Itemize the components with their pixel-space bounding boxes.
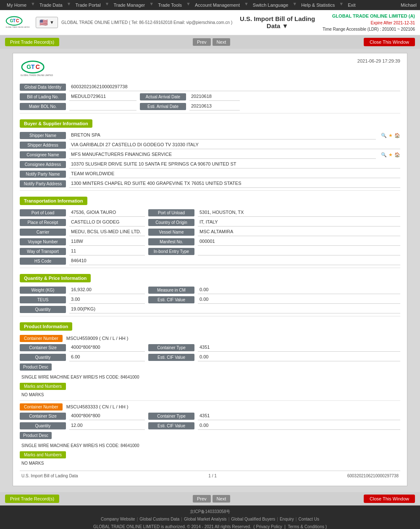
buyer-supplier-header: Buyer & Supplier Information [20, 119, 92, 128]
flag-selector[interactable]: 🇺🇸 ▼ [36, 17, 58, 28]
consignee-address-row: Consignee Address 10370 SLUSHER DRIVE SU… [20, 161, 400, 168]
nav-trade-data[interactable]: Trade Data [36, 1, 66, 9]
page-footer: 京ICP备140333058号 Company Website | Global… [0, 505, 420, 529]
actual-arrival-value: 20210618 [189, 93, 240, 101]
prev-button[interactable]: Prev [193, 38, 211, 46]
container-2-marks-value: NO MARKS [20, 460, 400, 466]
place-receipt-label: Place of Receipt [20, 219, 66, 226]
carrier-value: MEDU, BCSL US-MED LINE LTD. [69, 229, 145, 236]
top-action-bar: Print Trade Record(s) Prev Next Close Th… [0, 35, 420, 49]
bottom-prev-button[interactable]: Prev [193, 495, 211, 503]
container-2-number-value: MSCU4583333 ( CN / L / HH ) [66, 404, 129, 409]
divider-4 [20, 316, 400, 316]
icp-number: 京ICP备140333058号 [3, 508, 417, 516]
teus-value: 3.00 [69, 296, 145, 304]
consignee-home-icon[interactable]: 🏠 [394, 152, 400, 158]
container-1-cif-value: 0.00 [198, 354, 400, 361]
consignee-name-label: Consignee Name [20, 151, 66, 158]
in-bond-label: In-bond Entry Type [148, 248, 194, 255]
vessel-name-label: Vessel Name [148, 229, 194, 236]
quantity-label: Quantity [20, 306, 66, 313]
container-1: Container Number MSCU4559009 ( CN / L / … [20, 335, 400, 398]
footer-terms-link[interactable]: Terms & Conditions [288, 524, 324, 529]
container-2-number-text-label: Container Number [24, 405, 58, 409]
time-range-info: Time Range Accessible (LDR) : 201001 ~ 2… [323, 26, 415, 32]
esti-arrival-label: Esti. Arrival Date [140, 103, 186, 110]
actual-arrival-label: Actual Arrival Date [140, 93, 186, 100]
bottom-next-button[interactable]: Next [213, 495, 231, 503]
divider-1 [20, 113, 400, 113]
print-button[interactable]: Print Trade Record(s) [5, 38, 59, 46]
navigation-buttons: Prev Next [193, 38, 230, 46]
gtc-logo: G T C GLOBAL TRADE ONLINE LIMITED [5, 14, 32, 30]
weight-row: Weight (KG) 16,932.00 Measure in CM 0.00 [20, 287, 400, 294]
container-2-cif-label: Esti. CIF Value [148, 422, 194, 429]
nav-account-management[interactable]: Account Management [192, 1, 243, 9]
divider-3 [20, 268, 400, 268]
container-number-text-label: Container Number [24, 336, 58, 341]
global-data-identity-row: Global Data Identity 6003202106210000297… [20, 84, 400, 91]
nav-trade-tools[interactable]: Trade Tools [155, 1, 185, 9]
footer-link-contact[interactable]: Contact Us [298, 516, 319, 523]
container-1-qty-value: 6.00 [69, 354, 145, 361]
header-bar: G T C GLOBAL TRADE ONLINE LIMITED 🇺🇸 ▼ G… [0, 10, 420, 35]
voyage-row: Voyage Number 118W Manifest No. 000001 [20, 238, 400, 246]
shipper-search-icon[interactable]: 🔍 [381, 133, 387, 138]
quantity-value: 19.00(PKG) [69, 306, 400, 313]
port-load-value: 47536, GIOIA TAURO [69, 209, 145, 217]
title-dropdown-icon[interactable]: ▼ [282, 22, 289, 29]
footer-link-enquiry[interactable]: Enquiry [280, 516, 294, 523]
nav-my-home[interactable]: My Home [3, 1, 30, 9]
header-subtitle: GLOBAL TRADE ONLINE LIMITED ( Tel: 86-51… [61, 20, 232, 25]
nav-trade-portal[interactable]: Trade Portal [72, 1, 104, 9]
shipper-home-icon[interactable]: 🏠 [394, 133, 400, 138]
container-1-product-desc-value: SINGLE WIRE MACHINE EASY WIRE/S HS CODE:… [20, 374, 400, 380]
footer-link-market[interactable]: Global Market Analysis [184, 516, 227, 523]
notify-party-name-label: Notify Party Name [20, 171, 66, 178]
nav-trade-manager[interactable]: Trade Manager [110, 1, 148, 9]
header-logo-section: G T C GLOBAL TRADE ONLINE LIMITED 🇺🇸 ▼ G… [5, 14, 232, 30]
top-navigation: My Home ▼ Trade Data ▼ Trade Portal ▼ Tr… [0, 0, 420, 10]
container-2-product-desc-row: Product Desc [20, 432, 400, 441]
bottom-close-button[interactable]: Close This Window [364, 495, 415, 503]
container-2-type-value: 4351 [198, 413, 400, 420]
consignee-address-value: 10370 SLUSHER DRIVE SUITE 10 SANTA FE SP… [69, 161, 400, 168]
container-1-size-row: Container Size 4000*806*800 Container Ty… [20, 344, 400, 352]
shipper-star-icon[interactable]: ★ [388, 133, 393, 138]
footer-link-company[interactable]: Company Website [101, 516, 135, 523]
record-footer-left: U.S. Import Bill of Lading Data [21, 474, 78, 478]
next-button[interactable]: Next [213, 38, 231, 46]
close-button[interactable]: Close This Window [364, 38, 415, 46]
flag-icon: 🇺🇸 [39, 18, 48, 26]
svg-text:T: T [13, 19, 16, 24]
header-info: GLOBAL TRADE ONLINE LIMITED (A) Expire A… [323, 13, 415, 32]
transportation-section: Transportation Information Port of Load … [20, 193, 400, 265]
measure-value: 0.00 [198, 287, 400, 294]
notify-party-name-value: TEAM WORLDWIDE [69, 171, 400, 178]
container-2-qty-label: Quantity [20, 422, 66, 429]
esti-arrival-value: 20210613 [189, 103, 240, 111]
container-2-marks-label: Marks and Numbers [20, 451, 66, 458]
footer-links: Company Website | Global Customs Data | … [3, 516, 417, 523]
weight-value: 16,932.00 [69, 287, 145, 294]
consignee-icons: 🔍 ★ 🏠 [381, 152, 400, 158]
footer-privacy-link[interactable]: Privacy Policy [256, 524, 282, 529]
mater-bol-label: Mater BOL No. [20, 103, 66, 110]
container-2-size-row: Container Size 4000*806*800 Container Ty… [20, 413, 400, 420]
nav-exit[interactable]: Exit [344, 1, 359, 9]
nav-switch-language[interactable]: Switch Language [249, 1, 291, 9]
measure-label: Measure in CM [148, 287, 194, 294]
shipper-name-value: BRETON SPA [69, 132, 376, 139]
way-transport-value: 11 [69, 248, 145, 255]
footer-link-customs[interactable]: Global Customs Data [139, 516, 179, 523]
consignee-star-icon[interactable]: ★ [388, 152, 393, 158]
container-1-marks-label: Marks and Numbers [20, 383, 66, 390]
bottom-print-button[interactable]: Print Trade Record(s) [5, 495, 59, 503]
footer-link-buyers[interactable]: Global Qualified Buyers [231, 516, 275, 523]
country-origin-value: IT, ITALY [198, 219, 400, 226]
port-unload-label: Port of Unload [148, 209, 194, 216]
svg-text:GLOBAL TRADE ONLINE LIMITED: GLOBAL TRADE ONLINE LIMITED [5, 26, 30, 28]
nav-help-statistics[interactable]: Help & Statistics [298, 1, 338, 9]
consignee-search-icon[interactable]: 🔍 [381, 152, 387, 158]
hs-code-row: HS Code 846410 [20, 258, 400, 265]
